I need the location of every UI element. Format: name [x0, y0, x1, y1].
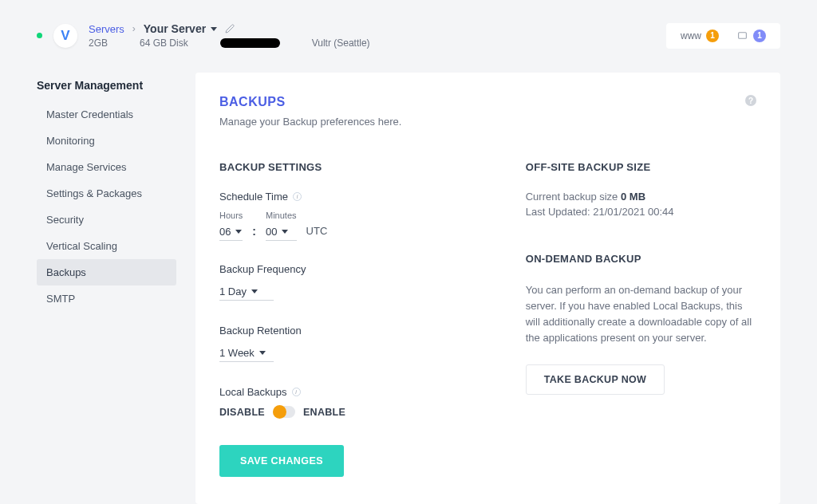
breadcrumb: Servers › Your Server 2GB 64 GB Disk Vul… [89, 22, 370, 49]
server-disk: 64 GB Disk [140, 37, 188, 49]
enable-label: ENABLE [303, 407, 345, 418]
sidebar-item-settings-packages[interactable]: Settings & Packages [37, 180, 176, 207]
retention-label: Backup Retention [219, 325, 462, 337]
local-backups-toggle[interactable] [273, 406, 295, 418]
disable-label: DISABLE [219, 407, 265, 418]
hours-label: Hours [219, 211, 243, 220]
time-colon: : [252, 225, 256, 241]
info-icon[interactable]: i [293, 192, 302, 201]
minutes-select[interactable]: 00 [266, 223, 297, 241]
folder-icon [736, 30, 748, 41]
backup-size-value: 0 MB [621, 191, 645, 203]
app-badge-container: www 1 1 [666, 23, 780, 49]
sidebar-item-security[interactable]: Security [37, 207, 176, 233]
ondemand-description: You can perform an on-demand backup of y… [526, 282, 756, 347]
edit-icon[interactable] [225, 24, 235, 33]
chevron-right-icon: › [132, 23, 136, 34]
server-ram: 2GB [89, 37, 108, 49]
timezone-label: UTC [306, 225, 328, 241]
chevron-down-icon [259, 351, 266, 355]
sidebar: Server Management Master Credentials Mon… [37, 73, 176, 504]
offsite-heading: OFF-SITE BACKUP SIZE [526, 161, 756, 173]
sidebar-item-smtp[interactable]: SMTP [37, 285, 176, 312]
www-badge[interactable]: www 1 [681, 30, 719, 42]
page-title: BACKUPS [219, 95, 401, 109]
svg-rect-0 [739, 33, 747, 39]
local-backups-label: Local Backups i [219, 386, 462, 398]
www-label: www [681, 30, 701, 41]
provider-logo: V [53, 24, 77, 48]
server-status-indicator [37, 33, 42, 38]
chevron-down-icon [251, 289, 258, 293]
backup-settings-column: BACKUP SETTINGS Schedule Time i Hours 06… [219, 161, 462, 477]
take-backup-button[interactable]: TAKE BACKUP NOW [526, 364, 665, 395]
server-provider: Vultr (Seattle) [312, 37, 370, 49]
help-icon[interactable]: ? [745, 95, 756, 106]
topbar: V Servers › Your Server 2GB 64 GB Disk V… [0, 0, 817, 60]
chevron-down-icon [211, 27, 217, 31]
breadcrumb-current[interactable]: Your Server [144, 22, 217, 35]
apps-badge[interactable]: 1 [736, 30, 766, 42]
retention-select[interactable]: 1 Week [219, 345, 274, 362]
sidebar-item-monitoring[interactable]: Monitoring [37, 128, 176, 154]
server-ip-redacted [220, 38, 280, 48]
sidebar-item-vertical-scaling[interactable]: Vertical Scaling [37, 233, 176, 259]
sidebar-title: Server Management [37, 73, 176, 101]
schedule-time-label: Schedule Time i [219, 191, 462, 203]
save-changes-button[interactable]: SAVE CHANGES [219, 445, 344, 477]
apps-count: 1 [753, 30, 766, 42]
breadcrumb-current-label: Your Server [144, 22, 206, 35]
sidebar-item-backups[interactable]: Backups [37, 259, 176, 285]
breadcrumb-root[interactable]: Servers [89, 23, 124, 35]
sidebar-item-master-credentials[interactable]: Master Credentials [37, 101, 176, 128]
backup-settings-heading: BACKUP SETTINGS [219, 161, 462, 173]
chevron-down-icon [282, 230, 288, 234]
backup-card: BACKUPS Manage your Backup preferences h… [195, 73, 780, 504]
www-count: 1 [706, 30, 719, 42]
right-column: OFF-SITE BACKUP SIZE Current backup size… [526, 161, 756, 477]
frequency-select[interactable]: 1 Day [219, 283, 274, 301]
chevron-down-icon [235, 230, 242, 234]
frequency-label: Backup Frequency [219, 263, 462, 275]
info-icon[interactable]: i [292, 388, 301, 396]
hours-select[interactable]: 06 [219, 223, 243, 241]
current-backup-size: Current backup size 0 MB [526, 191, 756, 203]
sidebar-item-manage-services[interactable]: Manage Services [37, 154, 176, 180]
page-subtitle: Manage your Backup preferences here. [219, 116, 401, 128]
last-updated: Last Updated: 21/01/2021 00:44 [526, 206, 756, 218]
minutes-label: Minutes [266, 211, 297, 220]
ondemand-heading: ON-DEMAND BACKUP [526, 253, 756, 265]
